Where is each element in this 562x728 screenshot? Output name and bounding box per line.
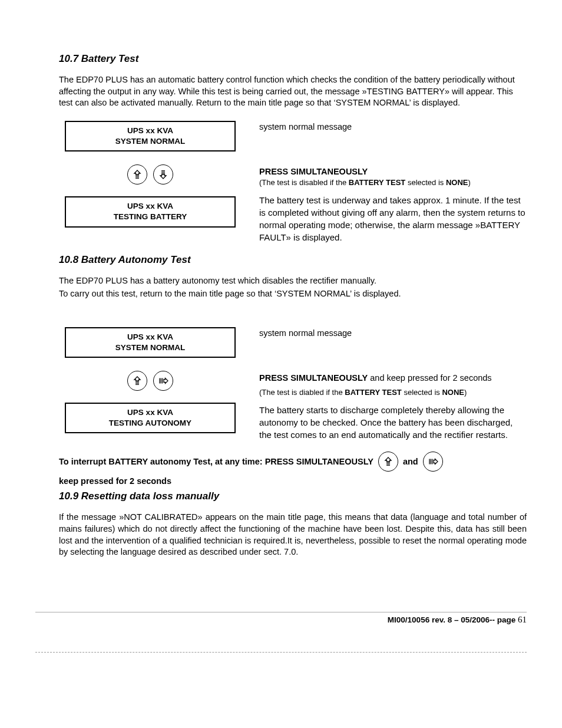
text: PRESS SIMULTANEOUSLY <box>259 373 368 383</box>
lcd-system-normal-2: UPS xx KVA SYSTEM NORMAL <box>65 327 236 358</box>
para-10-8-intro2: To carry out this test, return to the ma… <box>59 288 527 300</box>
right-button-icon <box>153 371 173 391</box>
lcd-line: UPS xx KVA <box>66 407 234 418</box>
lcd-line: TESTING BATTERY <box>66 212 234 222</box>
lcd-system-normal: UPS xx KVA SYSTEM NORMAL <box>65 121 236 151</box>
text: NONE <box>442 388 464 397</box>
text: keep pressed for 2 seconds <box>59 476 171 486</box>
system-normal-label: system normal message <box>259 121 527 133</box>
heading-10-8: 10.8 Battery Autonomy Test <box>59 254 527 266</box>
heading-10-9: 10.9 Resetting data loss manually <box>59 490 527 502</box>
section-10-7-row: UPS xx KVA SYSTEM NORMAL <box>59 117 527 244</box>
para-10-8-body: The battery starts to discharge complete… <box>259 404 527 441</box>
section-10-7-left: UPS xx KVA SYSTEM NORMAL <box>59 117 242 233</box>
text: BATTERY TEST <box>349 178 406 187</box>
lcd-testing-autonomy: UPS xx KVA TESTING AUTONOMY <box>65 403 236 433</box>
para-10-9-body: If the message »NOT CALIBRATED» appears … <box>59 512 527 558</box>
press-note-10-8: (The test is diabled if the BATTERY TEST… <box>259 387 527 398</box>
footer-rule <box>35 612 527 612</box>
text: NONE <box>446 178 468 187</box>
text: and <box>403 457 418 466</box>
press-simultaneously-label: PRESS SIMULTANEOUSLY <box>259 166 527 177</box>
text: and keep pressed for 2 seconds <box>368 373 491 383</box>
lcd-line: SYSTEM NORMAL <box>66 342 234 353</box>
text: (The test is disabled if the <box>259 178 349 187</box>
right-button-icon <box>423 452 443 472</box>
para-10-8-intro1: The EDP70 PLUS has a battery autonomy te… <box>59 275 527 287</box>
text: selected is <box>402 388 442 397</box>
section-10-8-left: UPS xx KVA SYSTEM NORMAL <box>59 324 242 440</box>
lcd-line: TESTING AUTONOMY <box>66 418 234 429</box>
footer-text: MI00/10056 rev. 8 – 05/2006-- page 61 <box>35 615 527 625</box>
footer: MI00/10056 rev. 8 – 05/2006-- page 61 <box>35 612 527 657</box>
down-button-icon <box>153 164 173 185</box>
text: To interrupt BATTERY autonomy Test, at a… <box>59 457 373 466</box>
up-button-icon <box>127 371 147 391</box>
up-button-icon <box>127 164 147 185</box>
footer-dashed-rule <box>35 652 527 653</box>
button-row-10-8 <box>127 371 173 391</box>
text: BATTERY TEST <box>345 388 402 397</box>
page-number: 61 <box>518 615 527 624</box>
lcd-line: SYSTEM NORMAL <box>66 136 234 147</box>
footer-ref: MI00/10056 rev. 8 – 05/2006-- page <box>388 615 518 624</box>
lcd-testing-battery: UPS xx KVA TESTING BATTERY <box>65 196 236 227</box>
press-note: (The test is disabled if the BATTERY TES… <box>259 177 527 188</box>
lcd-line: UPS xx KVA <box>66 201 234 212</box>
section-10-8-row: UPS xx KVA SYSTEM NORMAL <box>59 324 527 442</box>
heading-10-7: 10.7 Battery Test <box>59 53 527 65</box>
lcd-line: UPS xx KVA <box>66 126 234 136</box>
section-10-8-right: system normal message PRESS SIMULTANEOUS… <box>259 324 527 442</box>
up-button-icon <box>378 452 398 472</box>
text: ) <box>468 178 471 187</box>
system-normal-label-2: system normal message <box>259 327 527 339</box>
text: selected is <box>405 178 446 187</box>
text: ) <box>464 388 467 397</box>
lcd-line: UPS xx KVA <box>66 332 234 342</box>
interrupt-instruction: To interrupt BATTERY autonomy Test, at a… <box>59 452 527 486</box>
button-row-10-7 <box>127 164 173 185</box>
press-line-10-8: PRESS SIMULTANEOUSLY and keep pressed fo… <box>259 372 527 384</box>
para-10-7-body: The battery test is underway and takes a… <box>259 194 527 243</box>
para-10-7-intro: The EDP70 PLUS has an automatic battery … <box>59 74 527 109</box>
text: (The test is diabled if the <box>259 388 345 397</box>
section-10-7-right: system normal message PRESS SIMULTANEOUS… <box>259 117 527 244</box>
page: 10.7 Battery Test The EDP70 PLUS has an … <box>0 0 562 728</box>
